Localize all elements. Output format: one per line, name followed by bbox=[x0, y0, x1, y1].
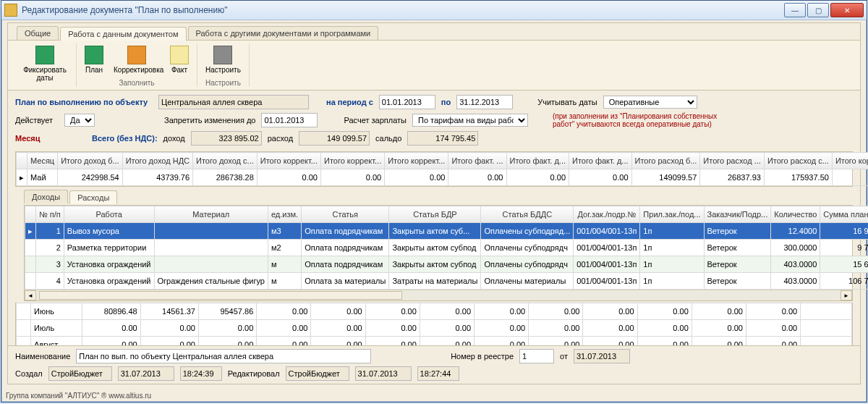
month-label: Месяц bbox=[15, 134, 59, 143]
plan-label: План по выполнению по объекту bbox=[15, 98, 153, 106]
forbid-changes-field[interactable] bbox=[261, 113, 318, 127]
table-row[interactable]: Июль0.000.000.000.000.000.000.000.000.00… bbox=[17, 320, 852, 337]
detail-scrollbar[interactable]: ◄► bbox=[25, 290, 852, 300]
name-field[interactable] bbox=[76, 349, 371, 363]
window-title: Редактирование документа "План по выполн… bbox=[22, 5, 784, 15]
footer-panel: Наименование Номер в реестре от Создал Р… bbox=[8, 345, 860, 384]
created-label: Создал bbox=[15, 369, 43, 378]
maximize-button[interactable]: ▢ bbox=[807, 3, 829, 17]
salary-calc-select[interactable]: По тарифам на виды работ bbox=[412, 114, 528, 127]
created-time-field bbox=[180, 366, 222, 381]
table-row[interactable]: Июнь80896.4814561.3795457.860.000.000.00… bbox=[17, 303, 852, 320]
group-fill-label: Заполнить bbox=[119, 79, 154, 87]
balance-label: сальдо bbox=[375, 134, 401, 143]
income-label: доход bbox=[163, 134, 185, 143]
configure-button[interactable]: Настроить bbox=[202, 43, 244, 76]
detail-grid[interactable]: № п/пРаботаМатериалед.изм.СтатьяСтатья Б… bbox=[24, 205, 853, 301]
status-bar: Группа компаний "АЛТИУС" ® www.altius.ru bbox=[6, 392, 151, 400]
form-panel: План по выполнению по объекту на период … bbox=[8, 91, 860, 150]
consider-dates-select[interactable]: Оперативные bbox=[603, 96, 697, 109]
expense-label: расход bbox=[268, 134, 293, 143]
reg-no-label: Номер в реестре bbox=[451, 352, 514, 361]
correction-button[interactable]: Корректировка bbox=[110, 43, 163, 76]
sub-tabs: Доходы Расходы bbox=[24, 190, 860, 203]
plan-button[interactable]: План bbox=[81, 43, 107, 76]
creator-field bbox=[48, 366, 112, 381]
subtab-expense[interactable]: Расходы bbox=[69, 190, 117, 204]
period-to-field[interactable] bbox=[456, 95, 513, 109]
active-label: Действует bbox=[15, 116, 59, 125]
reg-date-field bbox=[574, 349, 630, 363]
fact-button[interactable]: Факт bbox=[166, 43, 192, 76]
subtab-income[interactable]: Доходы bbox=[24, 190, 68, 203]
minimize-button[interactable]: — bbox=[784, 3, 806, 17]
main-tabs: Общие Работа с данным документом Работа … bbox=[8, 23, 860, 41]
app-window: Редактирование документа "План по выполн… bbox=[1, 0, 867, 403]
name-label: Наименование bbox=[15, 352, 70, 361]
table-row[interactable]: 3Установка ограждениймОплата подрядчикам… bbox=[25, 256, 869, 273]
tab-general[interactable]: Общие bbox=[17, 26, 59, 40]
period-from-field[interactable] bbox=[379, 95, 435, 109]
reg-from-label: от bbox=[560, 352, 568, 361]
object-field[interactable] bbox=[158, 95, 309, 109]
edited-time-field bbox=[417, 366, 459, 381]
salary-calc-label: Расчет зарплаты bbox=[344, 116, 407, 125]
forbid-changes-label: Запретить изменения до bbox=[164, 116, 255, 125]
table-row[interactable]: 2Разметка территориим2Оплата подрядчикам… bbox=[25, 240, 869, 256]
content-panel: Общие Работа с данным документом Работа … bbox=[7, 22, 861, 384]
summary-grid[interactable]: МесяцИтого доход б...Итого доход НДСИтог… bbox=[15, 151, 853, 187]
note-text: (при заполнении из "Планирования собстве… bbox=[553, 112, 726, 128]
income-field bbox=[191, 131, 262, 146]
expense-field bbox=[299, 131, 370, 146]
total-label: Всего (без НДС): bbox=[92, 134, 158, 143]
calendar-orange-icon bbox=[127, 46, 146, 64]
consider-dates-label: Учитывать даты bbox=[537, 98, 597, 106]
ribbon: Фиксировать даты План Корректировка Факт… bbox=[8, 41, 860, 91]
period-from-label: на период с bbox=[326, 98, 373, 106]
period-to-label: по bbox=[441, 98, 451, 106]
table-row[interactable]: ▸1Вывоз мусорам3Оплата подрядчикамЗакрыт… bbox=[25, 223, 869, 240]
calendar-green-icon bbox=[35, 46, 54, 64]
app-icon bbox=[4, 4, 17, 17]
tab-work-doc[interactable]: Работа с данным документом bbox=[60, 27, 186, 41]
table-row[interactable]: 4Установка огражденийОграждения стальные… bbox=[25, 273, 869, 290]
balance-field bbox=[407, 131, 478, 146]
calendar-gray-icon bbox=[213, 46, 232, 64]
titlebar[interactable]: Редактирование документа "План по выполн… bbox=[1, 1, 867, 20]
close-button[interactable]: ✕ bbox=[830, 3, 864, 17]
active-select[interactable]: Да bbox=[64, 114, 95, 127]
edited-label: Редактировал bbox=[228, 369, 280, 378]
tab-other-docs[interactable]: Работа с другими документами и программа… bbox=[188, 26, 379, 40]
fix-dates-button[interactable]: Фиксировать даты bbox=[18, 43, 72, 84]
sheet-icon bbox=[170, 46, 189, 64]
created-date-field bbox=[118, 366, 174, 381]
editor-field bbox=[286, 366, 349, 381]
table-row[interactable]: ▸Май242998.5443739.76286738.280.000.000.… bbox=[17, 169, 869, 186]
calendar-icon bbox=[85, 46, 103, 64]
edited-date-field bbox=[355, 366, 412, 381]
group-configure-label: Настроить bbox=[205, 79, 241, 87]
reg-no-field[interactable] bbox=[519, 349, 554, 363]
